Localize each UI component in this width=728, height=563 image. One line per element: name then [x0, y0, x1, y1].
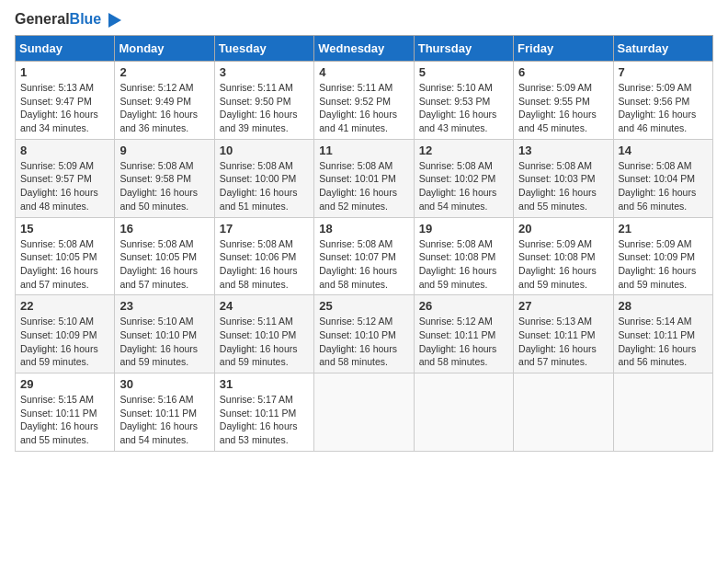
sunset-label: Sunset: 9:47 PM: [20, 96, 92, 107]
sunrise-label: Sunrise: 5:09 AM: [619, 238, 692, 249]
sunrise-label: Sunrise: 5:12 AM: [419, 316, 493, 327]
sunset-label: Sunset: 10:10 PM: [119, 329, 196, 340]
sunrise-label: Sunrise: 5:12 AM: [119, 82, 193, 93]
daylight-label: Daylight: 16 hours: [220, 265, 298, 276]
calendar-cell: 1 Sunrise: 5:13 AM Sunset: 9:47 PM Dayli…: [16, 62, 115, 140]
daylight-minutes: and 41 minutes.: [319, 122, 388, 133]
day-info: Sunrise: 5:08 AM Sunset: 9:58 PM Dayligh…: [119, 159, 209, 213]
daylight-label: Daylight: 16 hours: [319, 187, 397, 198]
day-info: Sunrise: 5:17 AM Sunset: 10:11 PM Daylig…: [220, 393, 309, 447]
sunset-label: Sunset: 9:50 PM: [220, 96, 291, 107]
daylight-label: Daylight: 16 hours: [119, 187, 198, 198]
day-number: 25: [319, 299, 408, 313]
day-info: Sunrise: 5:10 AM Sunset: 10:09 PM Daylig…: [20, 315, 109, 369]
sunset-label: Sunset: 10:01 PM: [319, 173, 395, 184]
daylight-label: Daylight: 16 hours: [518, 109, 597, 120]
daylight-label: Daylight: 16 hours: [619, 265, 697, 276]
calendar-cell: [414, 373, 513, 452]
daylight-minutes: and 54 minutes.: [119, 434, 188, 445]
sunrise-label: Sunrise: 5:08 AM: [20, 238, 94, 249]
sunrise-label: Sunrise: 5:16 AM: [119, 394, 193, 405]
calendar-cell: 15 Sunrise: 5:08 AM Sunset: 10:05 PM Day…: [16, 217, 115, 295]
daylight-minutes: and 58 minutes.: [319, 356, 388, 367]
daylight-label: Daylight: 16 hours: [319, 265, 397, 276]
sunrise-label: Sunrise: 5:08 AM: [419, 238, 493, 249]
daylight-minutes: and 57 minutes.: [20, 279, 89, 290]
daylight-minutes: and 46 minutes.: [619, 122, 688, 133]
sunrise-label: Sunrise: 5:10 AM: [20, 316, 94, 327]
daylight-label: Daylight: 16 hours: [619, 343, 697, 354]
calendar-cell: 4 Sunrise: 5:11 AM Sunset: 9:52 PM Dayli…: [314, 62, 414, 140]
sunset-label: Sunset: 10:11 PM: [20, 408, 97, 419]
day-info: Sunrise: 5:14 AM Sunset: 10:11 PM Daylig…: [619, 315, 708, 369]
day-info: Sunrise: 5:08 AM Sunset: 10:08 PM Daylig…: [419, 237, 508, 292]
header-monday: Monday: [115, 36, 214, 62]
day-number: 1: [20, 65, 109, 79]
daylight-minutes: and 59 minutes.: [419, 279, 488, 290]
calendar-cell: 8 Sunrise: 5:09 AM Sunset: 9:57 PM Dayli…: [16, 139, 115, 217]
day-number: 20: [518, 222, 608, 236]
day-number: 31: [220, 377, 309, 391]
day-number: 10: [220, 144, 309, 157]
daylight-label: Daylight: 16 hours: [518, 187, 597, 198]
day-info: Sunrise: 5:12 AM Sunset: 9:49 PM Dayligh…: [119, 81, 209, 135]
day-number: 21: [619, 222, 708, 236]
calendar-cell: 19 Sunrise: 5:08 AM Sunset: 10:08 PM Day…: [414, 217, 513, 295]
sunrise-label: Sunrise: 5:11 AM: [220, 316, 293, 327]
header-saturday: Saturday: [613, 36, 712, 62]
daylight-minutes: and 55 minutes.: [518, 201, 587, 212]
calendar-row: 8 Sunrise: 5:09 AM Sunset: 9:57 PM Dayli…: [16, 139, 713, 217]
calendar-cell: 3 Sunrise: 5:11 AM Sunset: 9:50 PM Dayli…: [214, 62, 313, 140]
daylight-label: Daylight: 16 hours: [518, 265, 597, 276]
calendar-cell: 18 Sunrise: 5:08 AM Sunset: 10:07 PM Day…: [314, 217, 414, 295]
daylight-label: Daylight: 16 hours: [119, 343, 198, 354]
day-number: 29: [20, 377, 109, 391]
sunset-label: Sunset: 10:03 PM: [518, 173, 595, 184]
day-info: Sunrise: 5:11 AM Sunset: 10:10 PM Daylig…: [220, 315, 309, 369]
day-number: 4: [319, 65, 408, 79]
sunset-label: Sunset: 10:00 PM: [220, 173, 296, 184]
daylight-minutes: and 34 minutes.: [20, 122, 89, 133]
daylight-minutes: and 45 minutes.: [518, 122, 587, 133]
daylight-label: Daylight: 16 hours: [319, 109, 397, 120]
daylight-minutes: and 59 minutes.: [518, 279, 587, 290]
sunset-label: Sunset: 10:04 PM: [619, 173, 695, 184]
sunset-label: Sunset: 9:58 PM: [119, 173, 191, 184]
day-info: Sunrise: 5:09 AM Sunset: 10:08 PM Daylig…: [518, 237, 608, 292]
daylight-minutes: and 55 minutes.: [20, 434, 89, 445]
sunrise-label: Sunrise: 5:13 AM: [20, 82, 94, 93]
sunrise-label: Sunrise: 5:08 AM: [619, 160, 692, 171]
header-thursday: Thursday: [414, 36, 513, 62]
calendar-cell: 14 Sunrise: 5:08 AM Sunset: 10:04 PM Day…: [613, 139, 712, 217]
daylight-minutes: and 59 minutes.: [619, 279, 688, 290]
calendar-cell: 13 Sunrise: 5:08 AM Sunset: 10:03 PM Day…: [514, 139, 613, 217]
sunrise-label: Sunrise: 5:08 AM: [319, 160, 392, 171]
calendar-cell: 10 Sunrise: 5:08 AM Sunset: 10:00 PM Day…: [214, 139, 313, 217]
daylight-label: Daylight: 16 hours: [20, 343, 98, 354]
daylight-minutes: and 36 minutes.: [119, 122, 188, 133]
day-number: 28: [619, 299, 708, 313]
logo-general: General: [15, 11, 70, 27]
sunset-label: Sunset: 10:09 PM: [619, 251, 695, 262]
calendar-cell: 7 Sunrise: 5:09 AM Sunset: 9:56 PM Dayli…: [613, 62, 712, 140]
header-friday: Friday: [514, 36, 613, 62]
day-number: 24: [220, 299, 309, 313]
day-info: Sunrise: 5:09 AM Sunset: 10:09 PM Daylig…: [619, 237, 708, 292]
daylight-label: Daylight: 16 hours: [419, 265, 497, 276]
header-sunday: Sunday: [16, 36, 115, 62]
sunrise-label: Sunrise: 5:09 AM: [20, 160, 94, 171]
day-info: Sunrise: 5:09 AM Sunset: 9:55 PM Dayligh…: [518, 81, 608, 135]
day-info: Sunrise: 5:15 AM Sunset: 10:11 PM Daylig…: [20, 393, 109, 447]
daylight-label: Daylight: 16 hours: [119, 109, 198, 120]
day-info: Sunrise: 5:08 AM Sunset: 10:05 PM Daylig…: [20, 237, 109, 292]
day-info: Sunrise: 5:10 AM Sunset: 10:10 PM Daylig…: [119, 315, 209, 369]
daylight-minutes: and 57 minutes.: [518, 356, 587, 367]
daylight-label: Daylight: 16 hours: [20, 109, 98, 120]
sunset-label: Sunset: 10:07 PM: [319, 251, 395, 262]
daylight-label: Daylight: 16 hours: [619, 187, 697, 198]
sunrise-label: Sunrise: 5:08 AM: [119, 238, 193, 249]
calendar-cell: 30 Sunrise: 5:16 AM Sunset: 10:11 PM Day…: [115, 373, 214, 452]
day-info: Sunrise: 5:08 AM Sunset: 10:07 PM Daylig…: [319, 237, 408, 292]
sunset-label: Sunset: 10:05 PM: [119, 251, 196, 262]
day-number: 9: [119, 144, 209, 157]
